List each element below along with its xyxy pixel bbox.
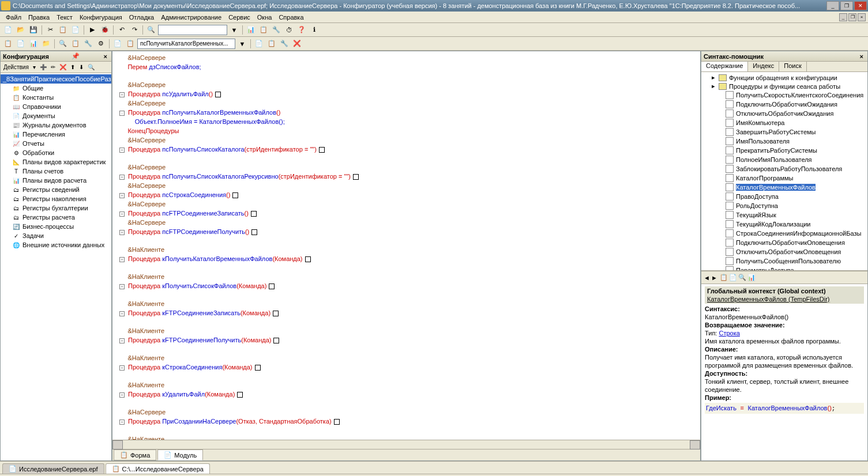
help-tree-item[interactable]: ▸Процедуры и функции сеанса работы [702,82,866,90]
config-panel-close-icon[interactable]: × [102,53,109,60]
help-tree-item[interactable]: РольДоступна [702,201,866,210]
debug-icon[interactable]: 🐞 [99,24,111,36]
fold-toggle[interactable]: + [119,284,125,289]
tb-icon[interactable]: 📊 [747,274,756,281]
search-combo[interactable] [158,25,227,35]
config-tree-item[interactable]: 📈Отчеты [1,139,111,148]
toolbar-btn[interactable]: 🔧 [82,38,94,50]
config-tree-item[interactable]: 📰Журналы документов [1,120,111,130]
find-icon[interactable]: 🔍 [145,24,157,36]
toolbar-btn[interactable]: 🔧 [279,38,290,50]
tab-contents[interactable]: Содержание [701,62,748,71]
horizontal-scrollbar[interactable] [112,440,700,449]
menu-edit[interactable]: Правка [25,13,53,22]
fold-toggle[interactable]: + [119,365,125,371]
tb-icon[interactable]: 📄 [729,274,737,281]
tab-index[interactable]: Индекс [748,62,779,71]
menu-help[interactable]: Справка [275,13,307,22]
config-tree-item[interactable]: 📋Константы [1,93,111,102]
close-button[interactable]: ✕ [854,1,867,10]
config-tree-item[interactable]: 📄Документы [1,111,111,120]
fold-toggle[interactable]: + [119,311,125,316]
cut-icon[interactable]: ✂ [44,24,56,36]
config-tree-item[interactable]: 📊Перечисления [1,130,111,139]
collapsed-body-marker[interactable] [269,284,275,289]
tb-icon[interactable]: ✏ [49,64,57,70]
toolbar-btn[interactable]: ▼ [236,38,248,50]
collapsed-body-marker[interactable] [353,174,359,180]
fold-toggle[interactable]: + [119,92,125,97]
run-icon[interactable]: ▶ [87,24,98,36]
fold-toggle[interactable]: + [119,420,125,425]
menu-file[interactable]: Файл [2,13,25,22]
fold-toggle[interactable]: + [119,338,125,343]
help-tree-item[interactable]: ЗавершитьРаботуСистемы [702,127,866,137]
tb-icon[interactable]: ❌ [58,64,68,70]
menu-admin[interactable]: Администрирование [157,13,225,22]
tb-icon[interactable]: 🔍 [86,64,96,70]
help-tree-item[interactable]: ИмяПользователя [702,137,866,146]
tab-module[interactable]: 📄 Модуль [157,449,203,460]
collapsed-body-marker[interactable] [251,229,257,235]
fold-toggle[interactable]: + [119,175,125,180]
expand-icon[interactable]: ▸ [712,82,715,90]
doc-tab[interactable]: 📄 ИсследованиеСервера.epf [2,463,104,474]
menu-config[interactable]: Конфигурация [76,13,126,22]
config-tree-item[interactable]: 🌐Внешние источники данных [1,240,111,250]
help-tree-item[interactable]: ОтключитьОбработчикОповещения [702,247,866,256]
toolbar-btn[interactable]: 📋 [125,38,136,50]
config-tree-item[interactable]: 🗂Регистры расчета [1,213,111,222]
tb-icon[interactable]: ➕ [38,64,48,70]
toolbar-btn[interactable]: 📋 [2,38,14,50]
tb-icon[interactable]: ⬆ [69,64,77,70]
menu-text[interactable]: Текст [53,13,76,22]
config-tree-item[interactable]: 🔄Бизнес-процессы [1,222,111,231]
help-icon[interactable]: ❓ [296,24,307,36]
help-tree-item[interactable]: ИмяКомпьютера [702,118,866,127]
config-tree-item[interactable]: 📐Планы видов характеристик [1,157,111,167]
help-tree-item[interactable]: ПравоДоступа [702,192,866,201]
config-tree-item[interactable]: ✓Задачи [1,231,111,240]
forward-icon[interactable]: ► [711,274,717,281]
expand-icon[interactable]: ▸ [712,74,715,81]
collapsed-body-marker[interactable] [255,365,261,371]
menu-windows[interactable]: Окна [254,13,276,22]
fold-toggle[interactable]: + [119,193,125,198]
undo-icon[interactable]: ↶ [116,24,127,36]
tb-icon[interactable]: 🔍 [738,274,746,281]
toolbar-btn[interactable]: 📋 [258,24,269,36]
help-tree-item[interactable]: ПолучитьСообщенияПользователю [702,256,866,266]
config-tree-item[interactable]: ⚙Обработки [1,148,111,157]
help-tree-item[interactable]: ПолучитьСкоростьКлиентскогоСоединения [702,90,866,100]
doc-tab[interactable]: 📋 C:\...ИсследованиеСервера [106,463,210,474]
collapsed-body-marker[interactable] [232,192,238,198]
config-panel-pin-icon[interactable]: 📌 [72,52,80,60]
menu-service[interactable]: Сервис [225,13,254,22]
tb-icon[interactable]: ▾ [31,64,37,70]
toolbar-btn[interactable]: 📁 [40,38,52,50]
help-tree-item[interactable]: ПолноеИмяПользователя [702,155,866,164]
config-tree-item[interactable]: 📊Планы видов расчета [1,176,111,185]
collapsed-body-marker[interactable] [334,419,340,425]
minimize-button[interactable]: _ [826,1,839,10]
collapsed-body-marker[interactable] [215,92,221,97]
help-tree-item[interactable]: КаталогВременныхФайлов [702,183,866,192]
fold-toggle[interactable]: - [119,111,125,116]
toolbar-btn[interactable]: 📄 [253,38,265,50]
tb-icon[interactable]: 📋 [720,274,728,281]
config-tree[interactable]: _8ЗанятийПрактическоеПособиеРазработч 📁О… [1,73,111,460]
config-tree-item[interactable]: 🗂Регистры накопления [1,194,111,203]
menu-debug[interactable]: Отладка [126,13,157,22]
toolbar-btn[interactable]: 📊 [28,38,39,50]
fold-toggle[interactable]: + [119,211,125,217]
toolbar-btn[interactable]: 🔍 [57,38,69,50]
toolbar-btn[interactable]: 📋 [266,38,277,50]
toolbar-btn[interactable]: 📄 [15,38,27,50]
toolbar-btn[interactable]: ℹ [309,24,320,36]
help-tree-item[interactable]: ЗаблокироватьРаботуПользователя [702,164,866,173]
tb-icon[interactable]: ⬇ [77,64,85,70]
new-icon[interactable]: 📄 [2,24,14,36]
find-next-icon[interactable]: ▼ [228,24,240,36]
config-tree-item[interactable]: 📖Справочники [1,102,111,111]
toolbar-btn[interactable]: 📋 [70,38,81,50]
